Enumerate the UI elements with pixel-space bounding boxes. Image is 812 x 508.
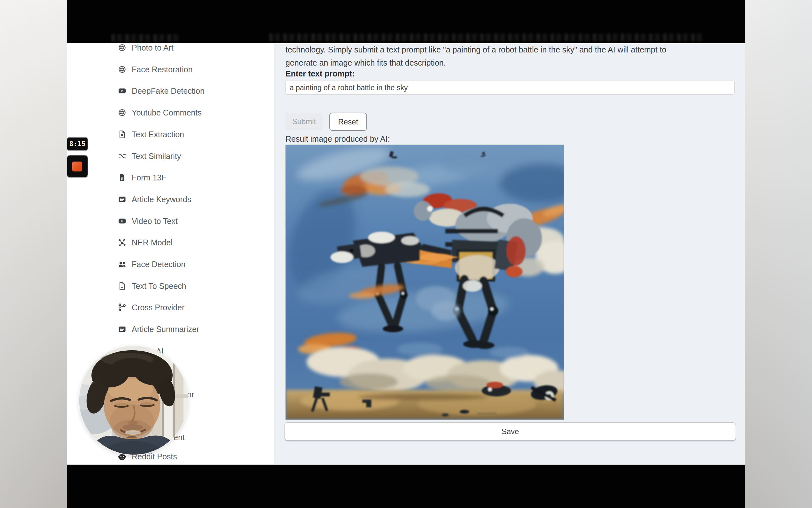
stop-icon	[72, 162, 82, 171]
sidebar-item-label: Article Keywords	[132, 195, 191, 204]
submit-button[interactable]: Submit	[285, 113, 323, 130]
sidebar-item-text-to-speech[interactable]: Text To Speech	[67, 281, 274, 293]
sidebar-item-label: Video to Text	[132, 217, 178, 226]
sidebar-item-text-extraction[interactable]: Text Extraction	[67, 129, 274, 142]
sidebar-item-label: Face Detection	[132, 260, 185, 269]
sidebar-item-video-to-text[interactable]: Video to Text	[67, 216, 274, 228]
clipped-text-artifact	[269, 34, 704, 41]
sidebar-item-text-similarity[interactable]: Text Similarity	[67, 151, 274, 164]
sidebar-item-cross-provider[interactable]: Cross Provider	[67, 302, 274, 315]
sidebar-item-article-keywords[interactable]: Article Keywords	[67, 194, 274, 207]
sidebar-item-label: Article Summarizer	[132, 325, 199, 334]
form-icon	[117, 173, 127, 183]
sidebar-item-face-detection[interactable]: Face Detection	[67, 259, 274, 271]
main-panel: technology. Simply submit a text prompt …	[274, 43, 745, 464]
flower-icon	[117, 65, 127, 75]
intro-line-1: technology. Simply submit a text prompt …	[285, 45, 667, 54]
grid-icon	[117, 195, 127, 204]
sidebar-item-label: NER Model	[132, 238, 173, 247]
flower-icon	[117, 43, 127, 53]
video-icon	[117, 86, 127, 96]
reset-button[interactable]: Reset	[329, 113, 367, 131]
sidebar-item-fragment[interactable]: or	[187, 390, 194, 399]
people-icon	[117, 260, 127, 269]
sidebar: Photo to Art Face Restoration DeepFake D…	[67, 43, 274, 464]
webcam-bubble	[79, 346, 188, 455]
save-button[interactable]: Save	[285, 422, 736, 440]
intro-line-2: generate an image which fits that descri…	[285, 58, 446, 67]
document-icon	[117, 130, 127, 139]
compare-icon	[117, 152, 127, 161]
sidebar-item-form-13f[interactable]: Form 13F	[67, 172, 274, 185]
prompt-input[interactable]	[285, 81, 735, 95]
recording-timer: 8:15	[67, 137, 88, 151]
prompt-label: Enter text prompt:	[285, 69, 355, 78]
intro-paragraph: technology. Simply submit a text prompt …	[285, 43, 733, 70]
sidebar-item-deepfake-detection[interactable]: DeepFake Detection	[67, 85, 274, 98]
sidebar-item-ner-model[interactable]: NER Model	[67, 237, 274, 250]
sidebar-item-face-restoration[interactable]: Face Restoration	[67, 64, 274, 77]
sidebar-item-label: Text To Speech	[132, 282, 186, 291]
sidebar-item-article-summarizer[interactable]: Article Summarizer	[67, 324, 274, 337]
sidebar-item-label: Text Similarity	[132, 152, 181, 161]
sidebar-item-label: DeepFake Detection	[132, 86, 205, 96]
sidebar-item-photo-to-art[interactable]: Photo to Art	[67, 43, 274, 55]
webpage: Photo to Art Face Restoration DeepFake D…	[67, 43, 745, 465]
presenter-portrait	[79, 346, 188, 455]
video-icon	[117, 217, 127, 226]
video-frame: Photo to Art Face Restoration DeepFake D…	[67, 0, 745, 508]
document-icon	[117, 282, 127, 291]
ai-result-image	[285, 144, 564, 420]
branch-icon	[117, 303, 127, 312]
sidebar-item-label: Photo to Art	[132, 43, 174, 52]
flower-icon	[117, 108, 127, 118]
sidebar-item-label: Text Extraction	[132, 130, 184, 139]
result-label: Result image produced by AI:	[285, 134, 390, 144]
grid-icon	[117, 325, 127, 334]
sidebar-item-label: Face Restoration	[132, 65, 192, 74]
sidebar-item-reddit-posts[interactable]: Reddit Posts	[67, 451, 274, 464]
sidebar-item-label: Youtube Comments	[132, 108, 202, 117]
sidebar-item-youtube-comments[interactable]: Youtube Comments	[67, 107, 274, 120]
sidebar-item-label: Cross Provider	[132, 303, 185, 312]
clipped-text-artifact	[111, 34, 180, 42]
stop-recording-button[interactable]	[67, 156, 88, 177]
sidebar-item-label: Form 13F	[132, 173, 166, 182]
network-icon	[117, 238, 127, 248]
